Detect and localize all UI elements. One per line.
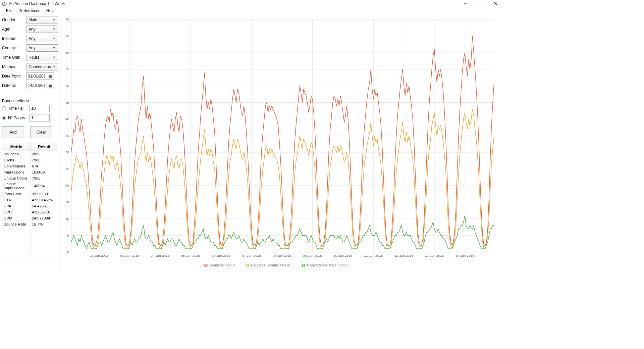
table-row: CPA54.42661 — [2, 203, 58, 209]
radio-pages[interactable] — [2, 116, 6, 120]
chevron-down-icon: ▼ — [53, 46, 56, 50]
table-row: Unique Impressions146054 — [2, 181, 58, 191]
svg-text:10-Jan-2015: 10-Jan-2015 — [333, 254, 353, 257]
svg-text:03-Jan-2015: 03-Jan-2015 — [120, 254, 139, 257]
filter-panel: Gender:Male▼ Age:Any▼ Income:Any▼ Contex… — [2, 16, 58, 89]
svg-text:50: 50 — [65, 84, 69, 88]
select-context[interactable]: Any▼ — [26, 44, 58, 52]
chevron-down-icon: ▼ — [53, 18, 56, 21]
input-date-to[interactable] — [26, 82, 47, 89]
menu-help[interactable]: Help — [44, 8, 57, 14]
label-timeunit: Time Unit: — [2, 55, 26, 60]
svg-text:09-Jan-2015: 09-Jan-2015 — [303, 254, 322, 257]
minimize-button[interactable] — [458, 0, 473, 7]
window-title: Ad Auction Dashboard - 2Week — [9, 1, 458, 6]
maximize-button[interactable] — [473, 0, 488, 7]
svg-text:05-Jan-2015: 05-Jan-2015 — [181, 254, 200, 257]
label-income: Income: — [2, 36, 26, 41]
svg-text:02-Jan-2015: 02-Jan-2015 — [90, 254, 109, 257]
table-row: Conversions674 — [2, 163, 58, 169]
svg-text:40: 40 — [65, 117, 69, 121]
label-pages: Nº Pages: — [8, 115, 30, 120]
table-row — [2, 239, 58, 245]
svg-text:Bounces Female / Hour: Bounces Female / Hour — [251, 263, 290, 267]
label-age: Age: — [2, 27, 26, 32]
svg-text:65: 65 — [65, 34, 69, 38]
menu-preferences[interactable]: Preferences — [16, 8, 43, 14]
svg-text:15: 15 — [65, 200, 69, 204]
menubar: File Preferences Help — [0, 7, 503, 14]
main-area: Gender:Male▼ Age:Any▼ Income:Any▼ Contex… — [0, 14, 503, 272]
svg-text:10: 10 — [65, 217, 69, 220]
input-bounce-pages[interactable] — [30, 114, 50, 121]
svg-text:08-Jan-2015: 08-Jan-2015 — [272, 254, 291, 257]
col-result: Result — [31, 143, 58, 151]
table-row: Bounces2899 — [2, 151, 58, 157]
chevron-down-icon: ▼ — [53, 28, 56, 31]
svg-text:0: 0 — [67, 250, 69, 254]
table-row: Unique Clicks7950 — [2, 175, 58, 181]
chevron-down-icon: ▼ — [53, 37, 56, 40]
svg-text:5: 5 — [67, 234, 69, 237]
sidebar: Gender:Male▼ Age:Any▼ Income:Any▼ Contex… — [0, 14, 60, 272]
label-metrics: Metrics: — [2, 64, 26, 69]
svg-text:20: 20 — [65, 184, 69, 187]
add-button[interactable]: Add — [2, 126, 24, 138]
svg-text:11-Jan-2015: 11-Jan-2015 — [364, 254, 383, 257]
svg-text:30: 30 — [65, 150, 69, 154]
table-row — [2, 245, 58, 251]
label-context: Context: — [2, 46, 26, 50]
table-row: CTR4.9501452% — [2, 197, 58, 203]
svg-text:14-Jan-2015: 14-Jan-2015 — [455, 254, 475, 257]
calendar-icon[interactable]: ▦ — [47, 82, 54, 89]
chevron-down-icon: ▼ — [53, 65, 56, 68]
svg-text:Bounces / Hour: Bounces / Hour — [209, 263, 235, 267]
select-timeunit[interactable]: Hours▼ — [26, 54, 58, 61]
label-gender: Gender: — [2, 17, 26, 22]
label-date-from: Date from: — [2, 74, 26, 79]
label-date-to: Date to: — [2, 83, 26, 88]
svg-text:13-Jan-2015: 13-Jan-2015 — [425, 254, 444, 257]
metrics-table: Metric Result Bounces2899Clicks7988Conve… — [2, 143, 58, 257]
svg-text:04-Jan-2015: 04-Jan-2015 — [151, 254, 170, 257]
chevron-down-icon: ▼ — [53, 56, 56, 59]
svg-text:60: 60 — [65, 51, 69, 54]
table-row: Impressions161469 — [2, 169, 58, 175]
input-date-from[interactable] — [26, 72, 47, 80]
menu-file[interactable]: File — [3, 8, 15, 14]
select-income[interactable]: Any▼ — [26, 35, 58, 42]
calendar-icon[interactable]: ▦ — [47, 72, 54, 80]
table-row — [2, 251, 58, 257]
line-chart: 051015202530354045505560657002-Jan-20150… — [61, 16, 499, 270]
svg-text:12-Jan-2015: 12-Jan-2015 — [394, 254, 414, 257]
titlebar: Ad Auction Dashboard - 2Week — [0, 0, 503, 7]
input-bounce-time[interactable] — [30, 105, 50, 112]
svg-text:70: 70 — [65, 17, 69, 21]
radio-time[interactable] — [2, 106, 6, 110]
svg-text:25: 25 — [65, 167, 69, 171]
chart-panel: 051015202530354045505560657002-Jan-20150… — [60, 14, 503, 272]
select-metrics[interactable]: Conversions▼ — [26, 63, 58, 70]
clear-button[interactable]: Clear — [30, 126, 52, 138]
svg-text:07-Jan-2015: 07-Jan-2015 — [242, 254, 261, 257]
table-row: CPM243.72394 — [2, 215, 58, 221]
close-button[interactable] — [488, 0, 503, 7]
svg-text:35: 35 — [65, 134, 69, 138]
svg-text:Conversions Male / Hour: Conversions Male / Hour — [307, 263, 348, 267]
table-row — [2, 233, 58, 239]
svg-point-63 — [205, 264, 207, 267]
svg-point-67 — [302, 264, 305, 267]
table-row: CPC4.9235716 — [2, 209, 58, 215]
svg-text:45: 45 — [65, 101, 69, 104]
label-time: Time / s: — [8, 106, 30, 111]
svg-text:06-Jan-2015: 06-Jan-2015 — [212, 254, 231, 257]
table-row: Total Cost39329.59 — [2, 191, 58, 197]
bounce-heading: Bounce criteria: — [2, 99, 58, 103]
select-age[interactable]: Any▼ — [26, 26, 58, 33]
select-gender[interactable]: Male▼ — [26, 16, 58, 23]
table-row: Clicks7988 — [2, 157, 58, 163]
svg-point-65 — [247, 264, 249, 267]
svg-text:55: 55 — [65, 67, 69, 71]
col-metric: Metric — [2, 143, 31, 151]
window-controls — [458, 0, 503, 7]
